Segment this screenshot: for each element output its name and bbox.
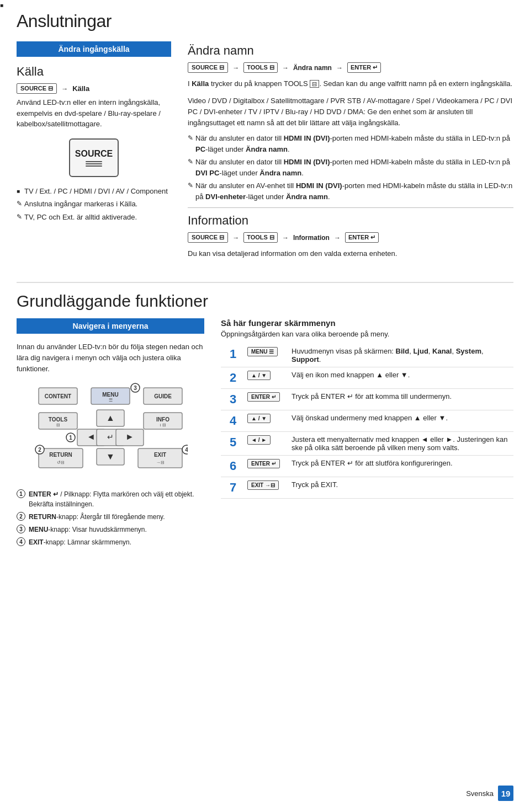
footnote-4: 4 EXIT-knapp: Lämnar skärmmenyn. — [17, 537, 204, 547]
arrow1: → — [232, 64, 239, 72]
svg-text:⊟: ⊟ — [56, 423, 60, 428]
menu-row-2-desc: Välj en ikon med knappen ▲ eller ▼. — [287, 367, 513, 389]
arrow2: → — [282, 64, 289, 72]
menu-key-updown2: ▲ / ▼ — [247, 414, 271, 423]
kalla-note1: ✎ Anslutna ingångar markeras i Källa. — [17, 199, 171, 210]
source-box-line3 — [86, 165, 102, 167]
footnotes: 1 ENTER ↵ / Pilknapp: Flytta markören oc… — [17, 489, 204, 547]
enter-btn-andra: ENTER ↵ — [347, 62, 381, 73]
source-box-line2 — [86, 163, 102, 164]
screen-menu-subtitle: Öppningsåtgärden kan vara olika beroende… — [221, 330, 513, 338]
section-header-nav: Navigera i menyerna — [17, 318, 204, 334]
svg-text:►: ► — [125, 432, 134, 441]
tools-btn-andra: TOOLS ⊟ — [243, 62, 278, 73]
svg-text:CONTENT: CONTENT — [45, 393, 71, 399]
svg-text:↺⊟: ↺⊟ — [57, 460, 65, 465]
menu-key-leftright: ◄ / ► — [247, 435, 271, 445]
grundlaggande-section: Grundläggande funktioner Navigera i meny… — [17, 282, 513, 550]
menu-row-2: 2 ▲ / ▼ Välj en ikon med knappen ▲ eller… — [221, 367, 513, 389]
svg-text:2: 2 — [38, 447, 41, 453]
kalla-list: TV / Ext. / PC / HDMI / DVI / AV / Compo… — [17, 186, 171, 197]
kalla-note2-text: TV, PC och Ext. är alltid aktiverade. — [24, 212, 137, 223]
svg-text:GUIDE: GUIDE — [154, 393, 172, 399]
menu-row-5-num: 5 — [221, 432, 243, 456]
note-icon-a1: ✎ — [188, 133, 193, 143]
svg-text:→⊟: →⊟ — [156, 460, 165, 465]
andra-namn-note1-text: När du ansluter en dator till HDMI IN (D… — [195, 133, 513, 154]
andra-namn-intro: I Källa trycker du på knappen TOOLS ⊟. S… — [188, 78, 513, 90]
note-icon-a3: ✎ — [188, 180, 193, 190]
source-image-area: SOURCE — [17, 138, 171, 177]
source-box: SOURCE — [69, 138, 119, 177]
svg-text:RETURN: RETURN — [49, 452, 72, 458]
divider1 — [188, 207, 513, 208]
menu-row-1: 1 MENU ☰ Huvudmenyn visas på skärmen: Bi… — [221, 344, 513, 367]
kalla-label: Källa — [72, 84, 89, 93]
svg-text:☰: ☰ — [109, 398, 113, 403]
source-btn-andra: SOURCE ⊟ — [188, 62, 228, 73]
footnote-1-text: ENTER ↵ / Pilknapp: Flytta markören och … — [29, 489, 204, 509]
menu-key-enter1: ENTER ↵ — [247, 392, 280, 402]
menu-row-4-key: ▲ / ▼ — [243, 410, 287, 432]
page-title: Anslutningar — [17, 11, 513, 31]
screen-menu-title: Så här fungerar skärmmenyn — [221, 318, 513, 328]
svg-text:1: 1 — [69, 435, 72, 441]
screen-menu-col: Så här fungerar skärmmenyn Öppningsåtgär… — [221, 318, 513, 550]
kalla-title: Källa — [17, 65, 171, 79]
arrow-info1: → — [232, 234, 239, 242]
note-icon-a2: ✎ — [188, 157, 193, 167]
information-title: Information — [188, 213, 513, 228]
information-body: Du kan visa detaljerad information om de… — [188, 248, 513, 260]
andra-namn-item1: Video / DVD / Digitalbox / Satellitmotta… — [188, 95, 513, 129]
menu-row-3: 3 ENTER ↵ Tryck på ENTER ↵ för att komma… — [221, 389, 513, 410]
information-nav-line: SOURCE ⊟ → TOOLS ⊟ → Information → ENTER… — [188, 232, 513, 243]
remote-svg: CONTENT MENU ☰ 3 GUIDE TOOLS ⊟ — [33, 382, 188, 482]
menu-key-exit: EXIT →⊟ — [247, 480, 279, 490]
menu-row-6-key: ENTER ↵ — [243, 456, 287, 477]
andra-namn-nav-line: SOURCE ⊟ → TOOLS ⊟ → Ändra namn → ENTER … — [188, 62, 513, 73]
menu-row-6: 6 ENTER ↵ Tryck på ENTER ↵ för att slutf… — [221, 456, 513, 477]
menu-row-7-num: 7 — [221, 477, 243, 499]
kalla-section: Ändra ingångskälla Källa SOURCE ⊟ → Käll… — [17, 41, 171, 265]
tools-btn-info: TOOLS ⊟ — [243, 232, 278, 243]
menu-row-4-num: 4 — [221, 410, 243, 432]
andra-namn-note1: ✎ När du ansluter en dator till HDMI IN … — [188, 133, 513, 154]
note-icon2: ✎ — [17, 212, 22, 222]
menu-row-2-key: ▲ / ▼ — [243, 367, 287, 389]
menu-row-1-num: 1 — [221, 344, 243, 367]
grundlaggande-two-col: Navigera i menyerna Innan du använder LE… — [17, 318, 513, 550]
andra-namn-title: Ändra namn — [188, 44, 513, 58]
arrow-info2: → — [282, 234, 289, 242]
source-button-kalla: SOURCE ⊟ — [17, 83, 57, 94]
marker-1: 1 — [17, 489, 25, 498]
nav-intro: Innan du använder LED-tv:n bör du följa … — [17, 341, 204, 375]
svg-text:i ⊟: i ⊟ — [160, 423, 166, 428]
menu-row-1-key: MENU ☰ — [243, 344, 287, 367]
andra-namn-note3: ✎ När du ansluter en AV-enhet till HDMI … — [188, 180, 513, 202]
marker-3: 3 — [17, 525, 25, 533]
section-header-kalla: Ändra ingångskälla — [17, 41, 171, 57]
source-box-lines — [86, 161, 102, 167]
menu-row-4-desc: Välj önskad undermeny med knappen ▲ elle… — [287, 410, 513, 432]
menu-key-updown: ▲ / ▼ — [247, 371, 271, 380]
information-nav-label: Information — [293, 234, 330, 242]
menu-key-enter2: ENTER ↵ — [247, 459, 280, 468]
top-section: Ändra ingångskälla Källa SOURCE ⊟ → Käll… — [17, 41, 513, 265]
marker-4: 4 — [17, 537, 25, 546]
svg-text:▼: ▼ — [106, 452, 115, 461]
note-icon1: ✎ — [17, 199, 22, 209]
information-section: Information SOURCE ⊟ → TOOLS ⊟ → Informa… — [188, 213, 513, 260]
menu-row-3-num: 3 — [221, 389, 243, 410]
remote-diagram: CONTENT MENU ☰ 3 GUIDE TOOLS ⊟ — [33, 382, 188, 482]
page-number-area: Svenska 19 — [466, 786, 513, 801]
menu-row-7-desc: Tryck på EXIT. — [287, 477, 513, 499]
andra-namn-note2: ✎ När du ansluter en dator till HDMI IN … — [188, 157, 513, 178]
kalla-note2: ✎ TV, PC och Ext. är alltid aktiverade. — [17, 212, 171, 223]
andra-namn-list: Video / DVD / Digitalbox / Satellitmotta… — [188, 95, 513, 129]
grundlaggande-title: Grundläggande funktioner — [17, 292, 513, 311]
menu-row-1-desc: Huvudmenyn visas på skärmen: Bild, Ljud,… — [287, 344, 513, 367]
svg-text:EXIT: EXIT — [154, 452, 166, 458]
footnote-1: 1 ENTER ↵ / Pilknapp: Flytta markören oc… — [17, 489, 204, 509]
kalla-source-line: SOURCE ⊟ → Källa — [17, 83, 171, 94]
footnote-4-text: EXIT-knapp: Lämnar skärmmenyn. — [29, 537, 131, 547]
